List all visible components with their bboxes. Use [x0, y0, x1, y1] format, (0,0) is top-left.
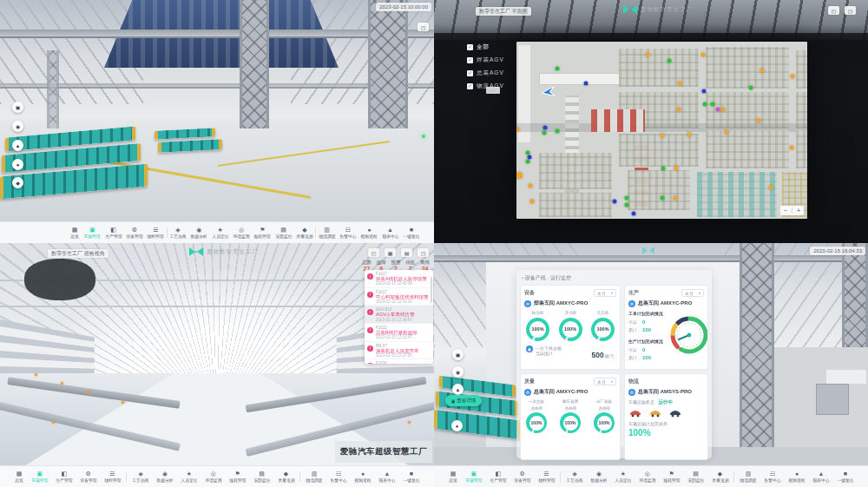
toolbar-item-能耗管理[interactable]: ⚑能耗管理: [661, 471, 682, 483]
toolbar-item-安防监控[interactable]: ▤安防监控: [686, 471, 707, 483]
view-details-button[interactable]: ▣ 查看详情: [445, 395, 482, 406]
toolbar-item-工艺仿真[interactable]: ◈工艺仿真: [564, 471, 585, 483]
toolbar-item-车辆管理[interactable]: ▣车辆管理: [30, 471, 50, 483]
toolbar-item-报表中心[interactable]: ▲报表中心: [811, 471, 832, 483]
toolbar-item-物料管理[interactable]: ☰物料管理: [536, 471, 557, 483]
map-dot-g[interactable]: [624, 195, 628, 200]
toolbar-item-告警中心[interactable]: ☷告警中心: [338, 227, 358, 239]
toolbar-item-生产管理[interactable]: ◧生产管理: [103, 227, 124, 239]
map-dot-g[interactable]: [555, 129, 559, 134]
toolbar-item-总览[interactable]: ▦总览: [446, 471, 460, 483]
map-dot-o[interactable]: [769, 186, 773, 190]
map-dot-g[interactable]: [526, 159, 530, 163]
header-button[interactable]: ▦: [385, 248, 396, 257]
map-dot-b[interactable]: [584, 81, 589, 85]
map-dot-g[interactable]: [749, 86, 753, 90]
map-dot-b[interactable]: [612, 200, 616, 204]
toolbar-item-设备管理[interactable]: ⚙设备管理: [78, 471, 99, 483]
map-dot-o[interactable]: [687, 133, 691, 137]
toolbar-item-告警中心[interactable]: ☷告警中心: [328, 471, 349, 483]
alarm-item[interactable]: !F1622总装B线拧紧枪故障2023-02-15 12:31:47: [365, 324, 433, 342]
map-dot-o[interactable]: [677, 81, 681, 85]
toolbar-item-环境监测[interactable]: ◎环境监测: [231, 227, 252, 239]
map-dot-o[interactable]: [646, 53, 650, 57]
alarm-item[interactable]: !F1617中心料架输送线堵料报警2023-02-15 12:41:26: [365, 288, 433, 306]
toolbar-item-物流调度[interactable]: ▥物流调度: [304, 471, 325, 483]
map-dot-g[interactable]: [667, 59, 671, 63]
map-dot-o[interactable]: [530, 200, 535, 204]
header-button[interactable]: ◳: [418, 248, 429, 257]
map-dot-o[interactable]: [789, 145, 793, 149]
map-dot-g[interactable]: [711, 102, 715, 107]
toolbar-item-设备管理[interactable]: ⚙设备管理: [512, 471, 533, 483]
toolbar-item-告警中心[interactable]: ☷告警中心: [762, 471, 783, 483]
toolbar-item-人员定位[interactable]: ★人员定位: [210, 227, 231, 239]
toolbar-item-质量追溯[interactable]: ◆质量追溯: [276, 471, 297, 483]
map-dot-o[interactable]: [660, 133, 664, 137]
toolbar-item-一键复位[interactable]: ■一键复位: [835, 471, 856, 483]
toolbar-item-工艺仿真[interactable]: ◈工艺仿真: [130, 471, 151, 483]
map-dot-g[interactable]: [542, 131, 547, 135]
fullscreen-button[interactable]: ◳: [418, 23, 429, 31]
zoom-out-button[interactable]: −: [784, 207, 787, 214]
period-dropdown[interactable]: 本月: [681, 289, 704, 297]
toolbar-item-环境监测[interactable]: ◎环境监测: [637, 471, 658, 483]
map-dot-o[interactable]: [673, 195, 677, 200]
toolbar-item-一键复位[interactable]: ■一键复位: [401, 471, 422, 483]
toolbar-item-设备管理[interactable]: ⚙设备管理: [124, 227, 145, 239]
header-button[interactable]: ▤: [401, 248, 412, 257]
header-button[interactable]: ◳: [845, 6, 856, 15]
toolbar-item-生产管理[interactable]: ◧生产管理: [54, 471, 75, 483]
header-button[interactable]: ◰: [368, 248, 379, 257]
layers-more-button[interactable]: ⋯: [486, 87, 500, 94]
toolbar-item-质量追溯[interactable]: ◆质量追溯: [294, 227, 315, 239]
alarm-item[interactable]: !RB-07涂装机器人温度异常2023-02-15 12:27:05: [365, 342, 433, 360]
map-dot-o[interactable]: [516, 127, 520, 131]
map-dot-g[interactable]: [703, 102, 707, 107]
scene-marker[interactable]: ▣: [12, 102, 23, 113]
header-button[interactable]: ◰: [828, 6, 839, 15]
toolbar-item-视频巡检[interactable]: ●视频巡检: [786, 471, 807, 483]
alarm-item[interactable]: !F1630空压机组压力超限报警2023-02-15 12:20:33: [365, 359, 433, 364]
layer-toggle-焊装AGV[interactable]: ✓焊装AGV: [467, 56, 504, 64]
toolbar-item-视频巡检[interactable]: ●视频巡检: [358, 227, 379, 239]
toolbar-item-一键复位[interactable]: ■一键复位: [401, 227, 422, 239]
map-dot-o[interactable]: [529, 184, 533, 188]
scene-marker[interactable]: ◉: [12, 121, 23, 132]
toolbar-item-数据分析[interactable]: ◉数据分析: [589, 471, 609, 483]
layer-toggle-总装AGV[interactable]: ✓总装AGV: [467, 69, 504, 77]
toolbar-item-工艺仿真[interactable]: ◈工艺仿真: [168, 227, 188, 239]
map-dot-o[interactable]: [724, 130, 728, 135]
toolbar-item-安防监控[interactable]: ▤安防监控: [273, 227, 294, 239]
toolbar-item-物料管理[interactable]: ☰物料管理: [102, 471, 123, 483]
scene-marker[interactable]: ▲: [12, 140, 23, 151]
toolbar-item-车辆管理[interactable]: ▣车辆管理: [464, 471, 484, 483]
map-dot-o[interactable]: [701, 53, 706, 57]
floorplan-map[interactable]: − +: [516, 42, 807, 219]
map-dot-o[interactable]: [760, 69, 765, 73]
scene-marker[interactable]: ◉: [452, 366, 464, 378]
map-dot-g[interactable]: [624, 203, 628, 207]
map-dot-g[interactable]: [661, 167, 665, 171]
scene-marker[interactable]: ●: [12, 159, 23, 170]
map-dot-o[interactable]: [676, 107, 681, 111]
map-dot-g[interactable]: [555, 67, 559, 71]
map-dot-b[interactable]: [528, 155, 532, 160]
map-dot-b[interactable]: [543, 125, 548, 129]
toolbar-item-视频巡检[interactable]: ●视频巡检: [352, 471, 373, 483]
map-dot-b[interactable]: [632, 212, 636, 216]
map-dot-m[interactable]: [716, 107, 720, 111]
toolbar-item-人员定位[interactable]: ★人员定位: [179, 471, 200, 483]
toolbar-item-总览[interactable]: ▦总览: [12, 471, 26, 483]
period-dropdown[interactable]: 本月: [594, 289, 616, 297]
map-dot-o[interactable]: [674, 167, 678, 171]
map-dot-o[interactable]: [516, 172, 523, 179]
viewer-position-arrow[interactable]: [541, 86, 556, 97]
toolbar-item-人员定位[interactable]: ★人员定位: [613, 471, 634, 483]
toolbar-item-物流调度[interactable]: ▥物流调度: [317, 227, 338, 239]
toolbar-item-报表中心[interactable]: ▲报表中心: [377, 471, 398, 483]
zoom-in-button[interactable]: +: [797, 207, 800, 214]
scene-marker[interactable]: ▲: [452, 384, 464, 395]
toolbar-item-生产管理[interactable]: ◧生产管理: [488, 471, 509, 483]
scene-marker[interactable]: ◆: [12, 177, 23, 188]
